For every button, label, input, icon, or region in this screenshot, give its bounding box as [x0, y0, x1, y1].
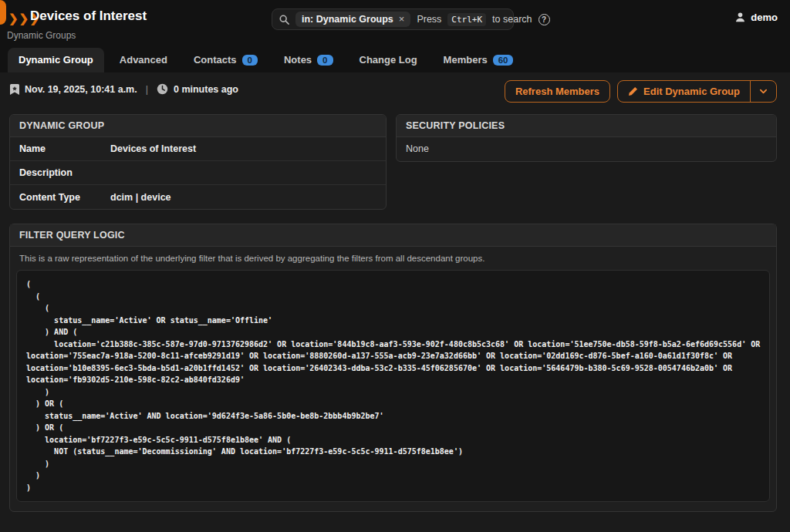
tab-count-badge: 0: [317, 55, 333, 66]
tab-advanced[interactable]: Advanced: [109, 48, 178, 72]
tab-label: Advanced: [120, 54, 167, 66]
table-row: Description: [10, 161, 386, 185]
pencil-icon: [628, 86, 638, 96]
created-timestamp: Nov. 19, 2025, 10:41 a.m.: [25, 84, 137, 95]
bookmark-icon: [10, 84, 19, 95]
tab-label: Members: [444, 54, 488, 66]
filter-query-logic-panel: FILTER QUERY LOGIC This is a raw represe…: [9, 224, 777, 512]
edit-dynamic-group-button[interactable]: Edit Dynamic Group: [618, 81, 750, 102]
row-label: Description: [10, 161, 110, 184]
tab-change-log[interactable]: Change Log: [349, 48, 428, 72]
filter-query-logic-title: FILTER QUERY LOGIC: [10, 224, 776, 247]
tab-contacts[interactable]: Contacts 0: [183, 48, 268, 72]
top-bar: ❯❯❯ Devices of Interest Dynamic Groups i…: [0, 0, 790, 72]
object-meta-row: Nov. 19, 2025, 10:41 a.m. | 0 minutes ag…: [10, 83, 238, 95]
last-updated-text: 0 minutes ago: [174, 84, 238, 95]
clock-icon: [157, 83, 168, 95]
search-filter-chip-label: in: Dynamic Groups: [302, 14, 393, 25]
chevron-down-icon: [759, 87, 768, 96]
edit-dropdown-toggle[interactable]: [750, 81, 776, 102]
user-menu[interactable]: demo: [734, 12, 778, 23]
tab-label: Notes: [284, 54, 312, 66]
tab-label: Change Log: [360, 54, 417, 66]
search-hint-press: Press: [417, 14, 441, 25]
main-content: Nov. 19, 2025, 10:41 a.m. | 0 minutes ag…: [0, 72, 790, 532]
tab-dynamic-group[interactable]: Dynamic Group: [8, 48, 104, 72]
global-search-input[interactable]: in: Dynamic Groups × Press Ctrl+K to sea…: [272, 8, 514, 30]
search-icon: [279, 15, 289, 25]
panel-grid: DYNAMIC GROUP Name Devices of Interest D…: [9, 114, 777, 210]
dynamic-group-panel: DYNAMIC GROUP Name Devices of Interest D…: [9, 114, 387, 210]
tab-bar: Dynamic Group Advanced Contacts 0 Notes …: [8, 48, 528, 72]
tab-notes[interactable]: Notes 0: [273, 48, 344, 72]
user-name: demo: [751, 12, 778, 23]
tab-label: Contacts: [194, 54, 237, 66]
filter-query-description: This is a raw representation of the unde…: [10, 247, 776, 265]
refresh-members-button[interactable]: Refresh Members: [505, 80, 610, 103]
keyboard-shortcut-badge: Ctrl+K: [447, 13, 486, 26]
breadcrumb[interactable]: Dynamic Groups: [7, 30, 76, 41]
tab-count-badge: 60: [493, 55, 514, 66]
row-value: Devices of Interest: [110, 137, 196, 160]
edit-dynamic-group-label: Edit Dynamic Group: [643, 86, 740, 97]
security-policies-panel-title: SECURITY POLICIES: [397, 115, 776, 137]
page-title: Devices of Interest: [30, 8, 147, 24]
nav-flyout-handle[interactable]: [0, 0, 6, 25]
row-label: Name: [10, 137, 110, 160]
security-policies-value: None: [397, 137, 776, 161]
row-label: Content Type: [10, 186, 110, 209]
refresh-members-label: Refresh Members: [515, 86, 599, 97]
table-row: Name Devices of Interest: [10, 137, 386, 161]
action-buttons: Refresh Members Edit Dynamic Group: [505, 80, 777, 103]
security-policies-panel: SECURITY POLICIES None: [396, 114, 777, 162]
tab-label: Dynamic Group: [19, 54, 93, 66]
search-hint-suffix: to search: [492, 14, 532, 25]
table-row: Content Type dcim | device: [10, 185, 386, 209]
user-icon: [734, 12, 746, 23]
edit-split-button: Edit Dynamic Group: [617, 80, 777, 103]
meta-divider: |: [143, 84, 151, 95]
tab-members[interactable]: Members 60: [433, 48, 525, 72]
tab-count-badge: 0: [242, 55, 258, 66]
filter-query-code: ( ( ( status__name='Active' OR status__n…: [16, 270, 770, 502]
search-help-icon[interactable]: ?: [538, 14, 550, 25]
search-filter-chip[interactable]: in: Dynamic Groups ×: [295, 12, 410, 27]
dynamic-group-panel-title: DYNAMIC GROUP: [10, 115, 386, 137]
row-value: dcim | device: [110, 186, 171, 209]
chip-close-icon[interactable]: ×: [399, 15, 405, 23]
